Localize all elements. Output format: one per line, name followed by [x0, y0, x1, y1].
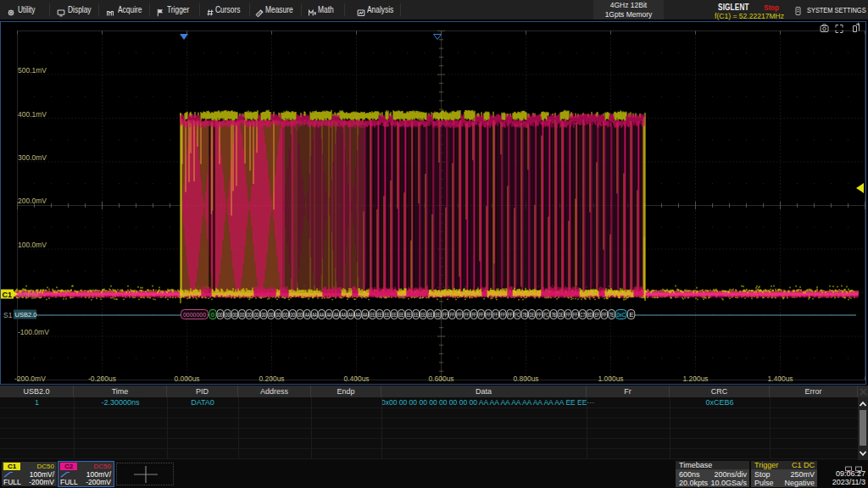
svg-text:DE: DE [530, 311, 534, 319]
svg-text:FC: FC [515, 311, 520, 319]
svg-text:EE: EE [392, 311, 396, 319]
svg-text:EE: EE [436, 311, 440, 319]
svg-text:EE: EE [428, 311, 432, 319]
svg-text:AA: AA [363, 311, 367, 319]
svg-text:-100.0mV: -100.0mV [18, 328, 49, 336]
svg-text:0.600us: 0.600us [428, 374, 453, 383]
svg-text:EE: EE [370, 311, 375, 319]
svg-text:AA: AA [326, 311, 331, 319]
svg-text:-200.0mV: -200.0mV [14, 374, 46, 383]
svg-text:0.400us: 0.400us [343, 374, 369, 383]
svg-text:FF: FF [493, 311, 498, 319]
svg-text:FC: FC [544, 311, 549, 319]
svg-text:00: 00 [298, 311, 302, 319]
svg-text:00: 00 [283, 311, 287, 319]
svg-text:FF: FF [573, 311, 578, 319]
svg-text:AA: AA [356, 311, 360, 319]
svg-text:300.0mV: 300.0mV [18, 153, 47, 162]
svg-text:AA: AA [305, 311, 309, 319]
svg-text:0000000: 0000000 [183, 312, 206, 318]
svg-text:FF: FF [487, 311, 492, 319]
svg-text:FF: FF [471, 311, 476, 319]
svg-text:EE: EE [421, 311, 426, 319]
svg-text:FF: FF [566, 311, 571, 319]
svg-text:1.400us: 1.400us [767, 374, 793, 383]
svg-text:E: E [630, 311, 634, 319]
svg-text:FF: FF [501, 311, 506, 319]
svg-text:1.000us: 1.000us [598, 374, 623, 383]
svg-text:AA: AA [348, 311, 353, 319]
svg-text:7E: 7E [609, 311, 614, 319]
svg-text:EE: EE [414, 311, 418, 319]
svg-text:1.200us: 1.200us [682, 374, 708, 383]
svg-text:-0.200us: -0.200us [88, 374, 116, 383]
svg-text:BD: BD [587, 311, 593, 319]
svg-text:0.200us: 0.200us [259, 374, 284, 383]
svg-text:C1: C1 [3, 291, 13, 299]
svg-text:0: 0 [211, 312, 214, 318]
svg-text:EE: EE [385, 311, 389, 319]
svg-text:00: 00 [218, 311, 222, 319]
svg-text:0.0mV: 0.0mV [18, 291, 39, 299]
svg-text:USB2.0: USB2.0 [15, 311, 37, 319]
svg-text:00: 00 [276, 311, 281, 319]
svg-text:FF: FF [508, 311, 513, 319]
svg-text:AA: AA [320, 311, 324, 319]
svg-text:EE: EE [399, 311, 403, 319]
svg-text:00: 00 [240, 311, 244, 319]
svg-text:FF: FF [457, 311, 462, 319]
svg-text:DE: DE [559, 311, 563, 319]
svg-text:AA: AA [312, 311, 316, 319]
svg-text:100.0mV: 100.0mV [18, 241, 47, 249]
svg-text:0xC: 0xC [616, 311, 626, 319]
svg-text:C7: C7 [581, 311, 585, 319]
svg-text:00: 00 [291, 311, 295, 319]
svg-text:00: 00 [254, 311, 259, 319]
svg-text:500.1mV: 500.1mV [18, 66, 47, 75]
svg-text:FF: FF [479, 311, 484, 319]
svg-text:S1: S1 [3, 311, 13, 319]
svg-text:400.1mV: 400.1mV [18, 110, 47, 119]
svg-text:00: 00 [247, 311, 251, 319]
svg-text:0.800us: 0.800us [513, 374, 538, 383]
svg-text:FF: FF [465, 311, 470, 319]
svg-text:EE: EE [377, 311, 381, 319]
svg-text:FF: FF [450, 311, 455, 319]
svg-text:7B: 7B [522, 311, 526, 319]
svg-text:200.0mV: 200.0mV [18, 197, 47, 205]
svg-text:EF: EF [595, 311, 600, 319]
svg-text:FF: FF [602, 311, 607, 319]
svg-text:FF: FF [537, 311, 542, 319]
svg-text:FF: FF [442, 311, 448, 319]
svg-text:EE: EE [406, 311, 410, 319]
svg-text:0.000us: 0.000us [174, 374, 199, 383]
svg-text:00: 00 [269, 311, 273, 319]
svg-text:00: 00 [232, 311, 236, 319]
svg-text:7B: 7B [551, 311, 555, 319]
svg-text:00: 00 [261, 311, 265, 319]
svg-text:00: 00 [225, 311, 230, 319]
svg-text:AA: AA [342, 311, 346, 319]
svg-text:AA: AA [334, 311, 338, 319]
